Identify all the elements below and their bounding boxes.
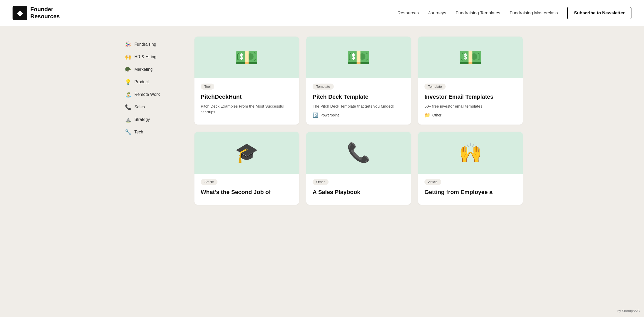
nav-resources[interactable]: Resources [398, 10, 419, 16]
card-pitch-deck-template[interactable]: 💵 Template Pitch Deck Template The Pitch… [306, 37, 411, 125]
sidebar-label-marketing: Marketing [134, 67, 153, 72]
card-badge-pitchdeckhunt: Tool [201, 84, 214, 90]
card-title-pitch-deck: Pitch Deck Template [313, 93, 405, 101]
sidebar: 🪅 Fundraising 🙌 HR & Hiring 🪖 Marketing … [121, 37, 184, 205]
card-meta-investor-email: 📁 Other [424, 112, 516, 118]
sidebar-item-hr-hiring[interactable]: 🙌 HR & Hiring [121, 51, 184, 63]
card-meta-pitch-deck: 🅿️ Powerpoint [313, 112, 405, 118]
sidebar-item-tech[interactable]: 🔧 Tech [121, 126, 184, 138]
card-badge-getting-employee: Article [424, 179, 441, 185]
fundraising-icon: 🪅 [124, 41, 132, 48]
sidebar-label-strategy: Strategy [134, 117, 150, 122]
card-body-getting-employee: Article Getting from Employee a [418, 174, 523, 205]
remote-work-icon: 🏝️ [124, 91, 132, 98]
tech-icon: 🔧 [124, 129, 132, 135]
card-image-pitch-deck: 💵 [306, 37, 411, 78]
meta-label-investor-email: Other [432, 113, 441, 117]
main-nav: Resources Journeys Fundraising Templates… [398, 7, 631, 19]
card-image-second-job: 🎓 [194, 132, 299, 174]
card-badge-investor-email: Template [424, 84, 446, 90]
card-image-pitchdeckhunt: 💵 [194, 37, 299, 78]
powerpoint-icon: 🅿️ [313, 112, 318, 118]
hr-icon: 🙌 [124, 54, 132, 60]
header: ◈ Founder Resources Resources Journeys F… [0, 0, 644, 26]
sidebar-label-fundraising: Fundraising [134, 42, 156, 47]
main-layout: 🪅 Fundraising 🙌 HR & Hiring 🪖 Marketing … [113, 26, 531, 215]
card-title-pitchdeckhunt: PitchDeckHunt [201, 93, 293, 101]
nav-fundraising-templates[interactable]: Fundraising Templates [456, 10, 500, 16]
sidebar-item-marketing[interactable]: 🪖 Marketing [121, 64, 184, 75]
card-pitchdeckhunt[interactable]: 💵 Tool PitchDeckHunt Pitch Deck Examples… [194, 37, 299, 125]
card-sales-playbook[interactable]: 📞 Other A Sales Playbook [306, 132, 411, 205]
nav-fundraising-masterclass[interactable]: Fundraising Masterclass [510, 10, 558, 16]
sidebar-label-remote-work: Remote Work [134, 92, 160, 97]
card-title-investor-email: Investor Email Templates [424, 93, 516, 101]
meta-label-pitch-deck: Powerpoint [320, 113, 339, 117]
card-image-sales-playbook: 📞 [306, 132, 411, 174]
card-image-investor-email: 💵 [418, 37, 523, 78]
card-body-investor-email: Template Investor Email Templates 50+ fr… [418, 78, 523, 124]
cards-grid: 💵 Tool PitchDeckHunt Pitch Deck Examples… [194, 37, 523, 205]
card-desc-pitch-deck: The Pitch Deck Template that gets you fu… [313, 103, 405, 109]
card-getting-employee[interactable]: 🙌 Article Getting from Employee a [418, 132, 523, 205]
card-desc-investor-email: 50+ free investor email templates [424, 103, 516, 109]
sidebar-item-product[interactable]: 💡 Product [121, 76, 184, 88]
logo-icon: ◈ [13, 6, 27, 20]
sidebar-item-fundraising[interactable]: 🪅 Fundraising [121, 39, 184, 50]
cards-area: 💵 Tool PitchDeckHunt Pitch Deck Examples… [194, 37, 523, 205]
card-badge-second-job: Article [201, 179, 217, 185]
card-title-getting-employee: Getting from Employee a [424, 189, 516, 196]
card-image-getting-employee: 🙌 [418, 132, 523, 174]
sidebar-item-sales[interactable]: 📞 Sales [121, 101, 184, 113]
card-body-second-job: Article What's the Second Job of [194, 174, 299, 205]
subscribe-button[interactable]: Subscribe to Newsletter [567, 7, 631, 19]
card-body-pitch-deck: Template Pitch Deck Template The Pitch D… [306, 78, 411, 124]
product-icon: 💡 [124, 79, 132, 85]
marketing-icon: 🪖 [124, 66, 132, 73]
sales-icon: 📞 [124, 104, 132, 110]
card-desc-pitchdeckhunt: Pitch Deck Examples From the Most Succes… [201, 103, 293, 115]
sidebar-label-product: Product [134, 80, 149, 84]
card-body-pitchdeckhunt: Tool PitchDeckHunt Pitch Deck Examples F… [194, 78, 299, 125]
card-second-job[interactable]: 🎓 Article What's the Second Job of [194, 132, 299, 205]
nav-journeys[interactable]: Journeys [428, 10, 446, 16]
card-badge-sales-playbook: Other [313, 179, 329, 185]
card-body-sales-playbook: Other A Sales Playbook [306, 174, 411, 205]
card-title-sales-playbook: A Sales Playbook [313, 189, 405, 196]
watermark: by Startup&VC [617, 309, 640, 313]
logo[interactable]: ◈ Founder Resources [13, 6, 60, 20]
card-investor-email[interactable]: 💵 Template Investor Email Templates 50+ … [418, 37, 523, 125]
sidebar-label-hr: HR & Hiring [134, 55, 156, 59]
sidebar-label-sales: Sales [134, 105, 145, 109]
sidebar-item-remote-work[interactable]: 🏝️ Remote Work [121, 89, 184, 100]
logo-text: Founder Resources [30, 6, 60, 20]
sidebar-label-tech: Tech [134, 130, 143, 134]
card-badge-pitch-deck: Template [313, 84, 334, 90]
other-icon: 📁 [424, 112, 430, 118]
sidebar-item-strategy[interactable]: ⛰️ Strategy [121, 114, 184, 125]
strategy-icon: ⛰️ [124, 116, 132, 123]
card-title-second-job: What's the Second Job of [201, 189, 293, 196]
